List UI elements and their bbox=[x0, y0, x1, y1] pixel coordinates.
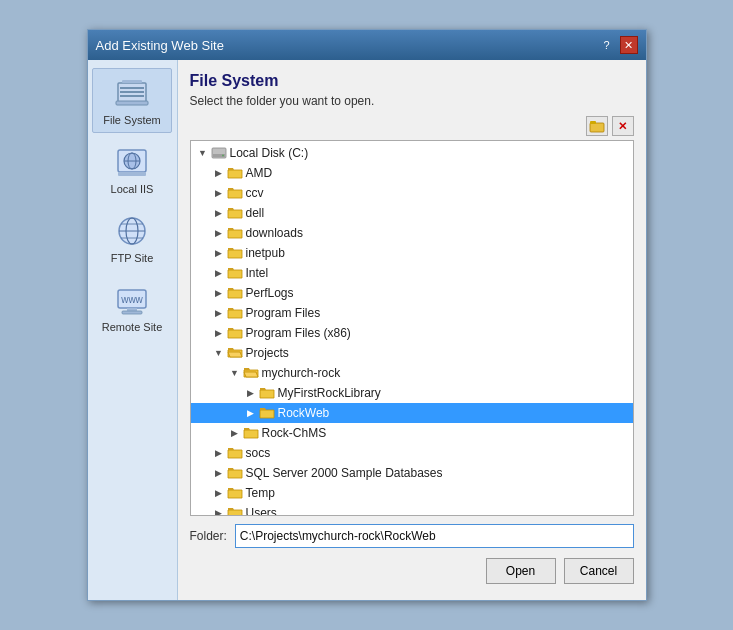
svg-rect-18 bbox=[127, 308, 137, 311]
sidebar-label-ftp-site: FTP Site bbox=[111, 252, 154, 264]
tree-item-intel[interactable]: ▶Intel bbox=[191, 263, 633, 283]
folder-icon-folder-open bbox=[227, 346, 243, 360]
tree-item-perflogs[interactable]: ▶PerfLogs bbox=[191, 283, 633, 303]
folder-input[interactable] bbox=[235, 524, 634, 548]
tree-expander[interactable]: ▶ bbox=[211, 485, 227, 501]
folder-icon-folder bbox=[227, 306, 243, 320]
folder-icon-folder bbox=[259, 406, 275, 420]
folder-icon-folder-open bbox=[243, 366, 259, 380]
tree-item-downloads[interactable]: ▶downloads bbox=[191, 223, 633, 243]
folder-icon-folder bbox=[227, 466, 243, 480]
tree-item-program-files[interactable]: ▶Program Files bbox=[191, 303, 633, 323]
tree-item-label: dell bbox=[246, 206, 265, 220]
svg-rect-20 bbox=[590, 123, 604, 132]
tree-item-label: ccv bbox=[246, 186, 264, 200]
folder-icon-folder bbox=[227, 266, 243, 280]
tree-item-label: Users bbox=[246, 506, 277, 516]
tree-item-label: downloads bbox=[246, 226, 303, 240]
sidebar: File System Local IIS bbox=[88, 60, 178, 600]
tree-item-rockweb[interactable]: ▶RockWeb bbox=[191, 403, 633, 423]
tree-item-local-disk-c[interactable]: ▼Local Disk (C:) bbox=[191, 143, 633, 163]
folder-icon-folder bbox=[227, 166, 243, 180]
tree-item-label: Intel bbox=[246, 266, 269, 280]
tree-expander[interactable]: ▼ bbox=[195, 145, 211, 161]
cancel-button[interactable]: Cancel bbox=[564, 558, 634, 584]
folder-icon-folder bbox=[227, 486, 243, 500]
svg-point-24 bbox=[222, 155, 224, 157]
tree-expander[interactable]: ▶ bbox=[211, 265, 227, 281]
tree-expander[interactable]: ▶ bbox=[227, 425, 243, 441]
tree-expander[interactable]: ▶ bbox=[243, 405, 259, 421]
sidebar-item-remote-site[interactable]: www Remote Site bbox=[92, 275, 172, 340]
tree-item-label: Temp bbox=[246, 486, 275, 500]
sidebar-label-file-system: File System bbox=[103, 114, 160, 126]
file-tree[interactable]: ▼Local Disk (C:)▶AMD▶ccv▶dell▶downloads▶… bbox=[190, 140, 634, 516]
add-existing-website-dialog: Add Existing Web Site ? ✕ bbox=[87, 29, 647, 601]
tree-expander[interactable]: ▶ bbox=[211, 445, 227, 461]
svg-rect-21 bbox=[590, 121, 596, 124]
svg-rect-3 bbox=[120, 91, 144, 93]
folder-icon-folder bbox=[227, 246, 243, 260]
sidebar-item-ftp-site[interactable]: FTP Site bbox=[92, 206, 172, 271]
folder-icon-folder bbox=[227, 506, 243, 516]
folder-field-row: Folder: bbox=[190, 524, 634, 548]
tree-expander[interactable]: ▶ bbox=[211, 205, 227, 221]
tree-item-users[interactable]: ▶Users bbox=[191, 503, 633, 516]
tree-item-inetpub[interactable]: ▶inetpub bbox=[191, 243, 633, 263]
svg-text:www: www bbox=[120, 294, 143, 305]
folder-icon-folder bbox=[227, 286, 243, 300]
tree-expander[interactable]: ▶ bbox=[211, 185, 227, 201]
tree-item-socs[interactable]: ▶socs bbox=[191, 443, 633, 463]
folder-icon-folder bbox=[227, 206, 243, 220]
tree-expander[interactable]: ▶ bbox=[211, 225, 227, 241]
tree-item-label: AMD bbox=[246, 166, 273, 180]
dialog-close-button[interactable]: ✕ bbox=[620, 36, 638, 54]
button-row: Open Cancel bbox=[190, 558, 634, 588]
browse-folder-button[interactable] bbox=[586, 116, 608, 136]
tree-item-amd[interactable]: ▶AMD bbox=[191, 163, 633, 183]
main-panel: File System Select the folder you want t… bbox=[178, 60, 646, 600]
toolbar-close-button[interactable]: ✕ bbox=[612, 116, 634, 136]
tree-item-label: Projects bbox=[246, 346, 289, 360]
tree-item-program-files-x86[interactable]: ▶Program Files (x86) bbox=[191, 323, 633, 343]
ftp-site-icon bbox=[114, 213, 150, 249]
tree-expander[interactable]: ▶ bbox=[211, 165, 227, 181]
toolbar-row: ✕ bbox=[190, 116, 634, 136]
open-button[interactable]: Open bbox=[486, 558, 556, 584]
folder-icon-folder bbox=[227, 226, 243, 240]
remote-site-icon: www bbox=[114, 282, 150, 318]
tree-item-myfirstrocklib[interactable]: ▶MyFirstRockLibrary bbox=[191, 383, 633, 403]
sidebar-item-local-iis[interactable]: Local IIS bbox=[92, 137, 172, 202]
svg-rect-10 bbox=[118, 172, 146, 176]
tree-expander[interactable]: ▶ bbox=[243, 385, 259, 401]
help-button[interactable]: ? bbox=[598, 36, 616, 54]
tree-expander[interactable]: ▼ bbox=[227, 365, 243, 381]
tree-item-label: SQL Server 2000 Sample Databases bbox=[246, 466, 443, 480]
tree-expander[interactable]: ▶ bbox=[211, 245, 227, 261]
folder-icon-folder bbox=[227, 326, 243, 340]
tree-expander[interactable]: ▶ bbox=[211, 505, 227, 516]
folder-icon-folder bbox=[227, 186, 243, 200]
tree-expander[interactable]: ▼ bbox=[211, 345, 227, 361]
tree-item-mychurch-rock[interactable]: ▼mychurch-rock bbox=[191, 363, 633, 383]
tree-item-rock-chms[interactable]: ▶Rock-ChMS bbox=[191, 423, 633, 443]
folder-icon-folder bbox=[227, 446, 243, 460]
tree-expander[interactable]: ▶ bbox=[211, 325, 227, 341]
tree-expander[interactable]: ▶ bbox=[211, 465, 227, 481]
tree-item-dell[interactable]: ▶dell bbox=[191, 203, 633, 223]
sidebar-item-file-system[interactable]: File System bbox=[92, 68, 172, 133]
tree-expander[interactable]: ▶ bbox=[211, 285, 227, 301]
tree-item-temp[interactable]: ▶Temp bbox=[191, 483, 633, 503]
folder-icon-folder bbox=[243, 426, 259, 440]
panel-subtitle: Select the folder you want to open. bbox=[190, 94, 634, 108]
svg-rect-19 bbox=[122, 311, 142, 314]
svg-rect-4 bbox=[120, 95, 144, 97]
folder-icon-drive bbox=[211, 146, 227, 160]
tree-item-label: MyFirstRockLibrary bbox=[278, 386, 381, 400]
panel-title: File System bbox=[190, 72, 634, 90]
title-bar-buttons: ? ✕ bbox=[598, 36, 638, 54]
tree-item-sql-server[interactable]: ▶SQL Server 2000 Sample Databases bbox=[191, 463, 633, 483]
tree-item-projects[interactable]: ▼Projects bbox=[191, 343, 633, 363]
tree-expander[interactable]: ▶ bbox=[211, 305, 227, 321]
tree-item-ccv[interactable]: ▶ccv bbox=[191, 183, 633, 203]
